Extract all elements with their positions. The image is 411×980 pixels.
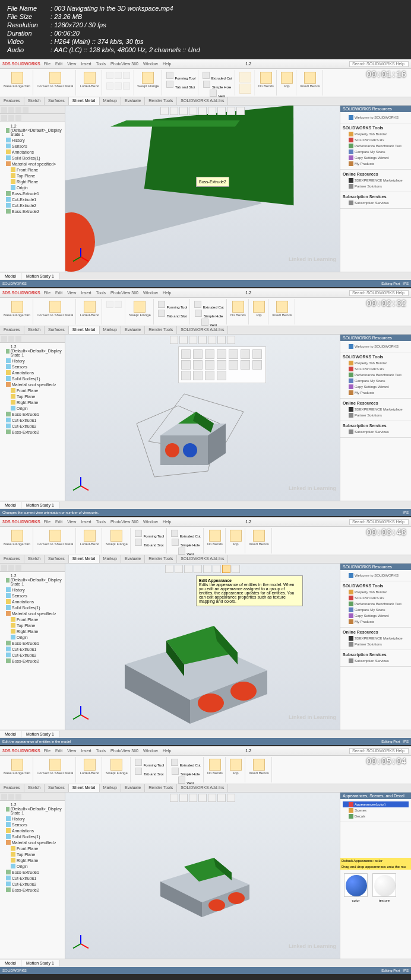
3d-viewport[interactable]: Linked in Learning xyxy=(65,335,340,501)
svg-point-13 xyxy=(230,682,257,701)
model-tab[interactable]: Model xyxy=(0,273,21,279)
tree-history[interactable]: History xyxy=(1,137,64,143)
compare-link[interactable]: Compare My Score xyxy=(343,149,409,155)
timestamp-2: 00:02:32 xyxy=(366,299,406,308)
3d-viewport[interactable]: Edit Appearance Edits the appearance of … xyxy=(65,564,340,730)
tree-top-plane[interactable]: Top Plane xyxy=(1,173,64,179)
tab-markup[interactable]: Markup xyxy=(100,97,121,105)
screenshot-4: 00:05:04 3DS SOLIDWORKS FileEditViewInse… xyxy=(0,746,411,974)
my-products-link[interactable]: My Products xyxy=(343,161,409,167)
3d-viewport[interactable]: Linked in Learning xyxy=(65,793,340,959)
menu-help[interactable]: Help xyxy=(163,62,171,66)
menu-tools[interactable]: Tools xyxy=(96,62,106,66)
appearances-tree[interactable]: Appearances(color) xyxy=(343,801,409,807)
appearance-panel: Appearances, Scenes, and Decal Appearanc… xyxy=(340,793,411,959)
menu-bar: File Edit View Insert Tools PhotoView 36… xyxy=(44,62,172,66)
tree-root[interactable]: 1.2 (Default<<Default>_Display State 1 xyxy=(1,123,64,137)
subscription-link[interactable]: Subscription Services xyxy=(343,200,409,206)
menu-view[interactable]: View xyxy=(67,62,76,66)
welcome-link[interactable]: Welcome to SOLIDWORKS xyxy=(343,114,409,120)
menu-file[interactable]: File xyxy=(44,62,50,66)
lofted-bend-btn[interactable] xyxy=(84,72,96,84)
tab-surfaces[interactable]: Surfaces xyxy=(45,97,69,105)
tab-slot-btn[interactable] xyxy=(166,81,173,88)
forming-tool-btn[interactable] xyxy=(166,72,173,79)
timestamp-1: 00:01:16 xyxy=(366,70,406,79)
screenshot-2: 00:02:32 3DS SOLIDWORKS FileEditViewInse… xyxy=(0,288,411,516)
drag-hint: Drag and drop appearances onto the mo xyxy=(340,864,411,870)
texture-thumb[interactable] xyxy=(372,873,396,897)
tree-cut-extrude2[interactable]: Cut-Extrude2 xyxy=(1,202,64,208)
ribbon: Base Flange/Tab Convert to Sheet Metal L… xyxy=(0,69,411,97)
bottom-tabs: Model Motion Study 1 xyxy=(0,272,411,280)
no-bends-btn[interactable] xyxy=(260,72,272,84)
svg-point-12 xyxy=(198,693,224,712)
property-tab-link[interactable]: Property Tab Builder xyxy=(343,131,409,137)
screenshot-3: 00:03:48 3DS SOLIDWORKS FileEditViewInse… xyxy=(0,517,411,745)
sw-rx-link[interactable]: SOLIDWORKS Rx xyxy=(343,137,409,143)
tab-features[interactable]: Features xyxy=(0,97,24,105)
axis-triad xyxy=(71,935,89,953)
hover-tooltip: Boss-Extrude2 xyxy=(196,177,229,187)
vent-btn[interactable] xyxy=(210,90,217,97)
insert-bends-btn[interactable] xyxy=(304,72,316,84)
appearance-header: Appearances, Scenes, and Decal xyxy=(340,793,411,799)
convert-sheet-btn[interactable] xyxy=(49,72,61,84)
menu-insert[interactable]: Insert xyxy=(81,62,91,66)
marketplace-link[interactable]: 3DEXPERIENCE Marketplace xyxy=(343,177,409,183)
scenes-tree[interactable]: Scenes xyxy=(343,807,409,813)
search-input[interactable] xyxy=(349,290,409,296)
file-info-header: File Name : 003 Navigating in the 3D wor… xyxy=(0,0,411,59)
tab-sketch[interactable]: Sketch xyxy=(24,97,45,105)
base-flange-btn[interactable] xyxy=(11,72,23,84)
vp-zoom-icon[interactable] xyxy=(160,107,169,115)
view-orientation-popup[interactable] xyxy=(178,346,266,383)
edit-appearance-btn[interactable] xyxy=(222,565,230,573)
svg-point-6 xyxy=(183,443,197,457)
default-appearance-label: Default Appearance: color xyxy=(340,858,411,864)
extruded-cut-btn[interactable] xyxy=(203,72,210,79)
rip-btn[interactable] xyxy=(281,72,293,84)
tree-solid-bodies[interactable]: Solid Bodies(1) xyxy=(1,155,64,161)
axis-triad xyxy=(71,706,89,724)
tab-render[interactable]: Render Tools xyxy=(145,97,177,105)
feature-tree: 1.2 (Default<<Default>_Display State 1 H… xyxy=(0,122,65,215)
tree-sensors[interactable]: Sensors xyxy=(1,143,64,149)
color-thumb[interactable] xyxy=(344,873,368,897)
tree-right-plane[interactable]: Right Plane xyxy=(1,179,64,184)
simple-hole-btn[interactable] xyxy=(203,81,210,88)
watermark: Linked in Learning xyxy=(289,256,336,262)
tab-addins[interactable]: SOLIDWORKS Add-Ins xyxy=(177,97,228,105)
tree-annotations[interactable]: Annotations xyxy=(1,149,64,155)
tree-front-plane[interactable]: Front Plane xyxy=(1,167,64,173)
edit-appearance-tooltip: Edit Appearance Edits the appearance of … xyxy=(196,575,303,606)
menu-edit[interactable]: Edit xyxy=(55,62,62,66)
search-input[interactable] xyxy=(349,61,409,67)
decals-tree[interactable]: Decals xyxy=(343,813,409,819)
tree-boss-extrude1[interactable]: Boss-Extrude1 xyxy=(1,190,64,196)
timestamp-3: 00:03:48 xyxy=(366,528,406,537)
resources-header: SOLIDWORKS Resources xyxy=(340,106,411,112)
view-front[interactable] xyxy=(181,349,191,359)
axis-triad xyxy=(71,248,89,266)
motion-tab[interactable]: Motion Study 1 xyxy=(21,273,59,279)
feature-tree-panel: 1.2 (Default<<Default>_Display State 1 H… xyxy=(0,106,65,272)
menu-photoview[interactable]: PhotoView 360 xyxy=(110,62,138,66)
tree-origin[interactable]: Origin xyxy=(1,184,64,190)
partner-link[interactable]: Partner Solutions xyxy=(343,183,409,189)
tab-evaluate[interactable]: Evaluate xyxy=(121,97,145,105)
tree-boss-extrude2[interactable]: Boss-Extrude2 xyxy=(1,208,64,214)
copy-settings-link[interactable]: Copy Settings Wizard xyxy=(343,155,409,161)
3d-viewport[interactable]: Boss-Extrude2 Linked in Learning xyxy=(65,106,340,272)
resources-panel: SOLIDWORKS Resources Welcome to SOLIDWOR… xyxy=(340,106,411,272)
tree-cut-extrude1[interactable]: Cut-Extrude1 xyxy=(1,196,64,202)
svg-point-20 xyxy=(208,899,225,911)
svg-point-5 xyxy=(165,443,179,457)
tree-material[interactable]: Material <not specified> xyxy=(1,161,64,167)
tree-icon-btn[interactable] xyxy=(1,107,7,113)
title-bar: 3DS SOLIDWORKS File Edit View Insert Too… xyxy=(0,59,411,69)
swept-flange-btn[interactable] xyxy=(142,72,154,84)
benchmark-link[interactable]: Performance Benchmark Test xyxy=(343,143,409,149)
menu-window[interactable]: Window xyxy=(143,62,158,66)
tab-sheet-metal[interactable]: Sheet Metal xyxy=(69,97,100,105)
